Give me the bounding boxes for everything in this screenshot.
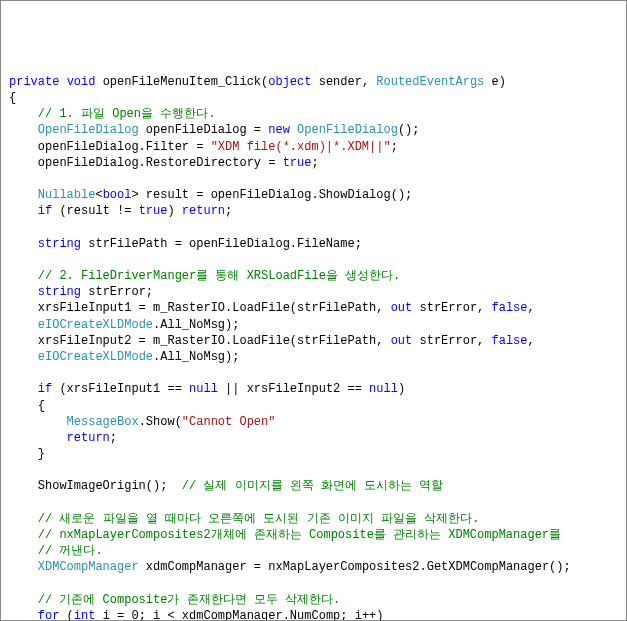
code-line: private void openFileMenuItem_Click(obje…: [9, 75, 506, 89]
code-line: eIOCreateXLDMode.All_NoMsg);: [9, 350, 239, 364]
code-line: xrsFileInput1 = m_RasterIO.LoadFile(strF…: [9, 301, 535, 315]
code-line: {: [9, 91, 16, 105]
code-line: string strFilePath = openFileDialog.File…: [9, 237, 362, 251]
code-comment: // 꺼낸다.: [9, 544, 103, 558]
code-line: openFileDialog.RestoreDirectory = true;: [9, 156, 319, 170]
code-line: MessageBox.Show("Cannot Open": [9, 415, 275, 429]
code-line: }: [9, 447, 45, 461]
code-line: string strError;: [9, 285, 153, 299]
code-line: OpenFileDialog openFileDialog = new Open…: [9, 123, 420, 137]
code-line: XDMCompManager xdmCompManager = nxMapLay…: [9, 560, 571, 574]
code-line: xrsFileInput2 = m_RasterIO.LoadFile(strF…: [9, 334, 535, 348]
code-comment: // 1. 파일 Open을 수행한다.: [9, 107, 215, 121]
code-line: openFileDialog.Filter = "XDM file(*.xdm)…: [9, 140, 398, 154]
code-line: for (int i = 0; i < xdmCompManager.NumCo…: [9, 609, 383, 621]
code-line: if (result != true) return;: [9, 204, 232, 218]
code-line: Nullable<bool> result = openFileDialog.S…: [9, 188, 412, 202]
code-line: {: [9, 399, 45, 413]
code-line: if (xrsFileInput1 == null || xrsFileInpu…: [9, 382, 405, 396]
code-line: eIOCreateXLDMode.All_NoMsg);: [9, 318, 239, 332]
code-comment: // nxMapLayerComposites2개체에 존재하는 Composi…: [9, 528, 561, 542]
code-editor-viewport: { "code": { "line1_kw1": "private", "lin…: [0, 0, 627, 621]
code-comment: // 기존에 Composite가 존재한다면 모두 삭제한다.: [9, 593, 340, 607]
code-comment: // 2. FileDriverManger를 통해 XRSLoadFile을 …: [9, 269, 400, 283]
code-line: ShowImageOrigin(); // 실제 이미지를 왼쪽 화면에 도시하…: [9, 479, 443, 493]
code-line: return;: [9, 431, 117, 445]
code-comment: // 새로운 파일을 열 때마다 오른쪽에 도시된 기존 이미지 파일을 삭제한…: [9, 512, 479, 526]
